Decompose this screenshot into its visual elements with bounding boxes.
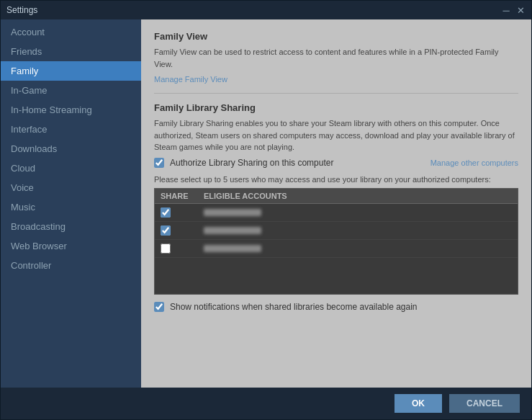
table-empty-space: [155, 258, 518, 294]
select-info-text: Please select up to 5 users who may acce…: [154, 175, 518, 184]
account1-name: [204, 209, 261, 216]
account1-checkbox[interactable]: [161, 207, 171, 218]
main-content: Family View Family View can be used to r…: [141, 19, 531, 388]
family-view-title: Family View: [154, 31, 518, 42]
family-view-description: Family View can be used to restrict acce…: [154, 46, 518, 70]
authorize-label: Authorize Library Sharing on this comput…: [170, 158, 333, 168]
sidebar-item-music[interactable]: Music: [1, 197, 141, 217]
cancel-button[interactable]: CANCEL: [449, 394, 520, 413]
close-button[interactable]: ✕: [515, 5, 526, 15]
library-sharing-title: Family Library Sharing: [154, 102, 518, 113]
account2-checkbox[interactable]: [161, 225, 171, 236]
sidebar-item-friends[interactable]: Friends: [1, 42, 141, 61]
sidebar-item-voice[interactable]: Voice: [1, 178, 141, 197]
row1-check-cell: [161, 207, 204, 218]
row2-check-cell: [161, 225, 204, 236]
sidebar-item-family[interactable]: Family: [1, 61, 141, 81]
library-sharing-description: Family Library Sharing enables you to sh…: [154, 117, 518, 153]
minimize-button[interactable]: ─: [501, 5, 511, 15]
titlebar-controls: ─ ✕: [501, 5, 526, 15]
account2-name: [204, 227, 261, 234]
sidebar-item-controller[interactable]: Controller: [1, 256, 141, 275]
table-row: [155, 222, 518, 240]
table-header: SHARE ELIGIBLE ACCOUNTS: [155, 189, 518, 204]
notify-checkbox[interactable]: [154, 302, 164, 312]
table-body: [155, 204, 518, 294]
table-row: [155, 204, 518, 222]
eligible-column-header: ELIGIBLE ACCOUNTS: [204, 192, 512, 200]
sidebar-item-web-browser[interactable]: Web Browser: [1, 236, 141, 256]
sidebar-item-broadcasting[interactable]: Broadcasting: [1, 217, 141, 236]
notify-label: Show notifications when shared libraries…: [170, 302, 418, 312]
sidebar-item-downloads[interactable]: Downloads: [1, 139, 141, 158]
settings-window: Settings ─ ✕ Account Friends Family In-G…: [0, 0, 532, 420]
sidebar-item-account[interactable]: Account: [1, 22, 141, 42]
sidebar: Account Friends Family In-Game In-Home S…: [1, 19, 141, 388]
sidebar-item-interface[interactable]: Interface: [1, 120, 141, 139]
content-area: Account Friends Family In-Game In-Home S…: [1, 19, 531, 388]
accounts-table: SHARE ELIGIBLE ACCOUNTS: [154, 188, 518, 295]
share-column-header: SHARE: [161, 192, 204, 200]
footer: OK CANCEL: [1, 388, 531, 419]
authorize-row: Authorize Library Sharing on this comput…: [154, 158, 518, 168]
titlebar: Settings ─ ✕: [1, 1, 531, 19]
sidebar-item-cloud[interactable]: Cloud: [1, 158, 141, 178]
sidebar-item-in-home-streaming[interactable]: In-Home Streaming: [1, 100, 141, 120]
ok-button[interactable]: OK: [395, 394, 442, 413]
table-row: [155, 240, 518, 258]
account3-name: [204, 245, 261, 252]
account3-checkbox[interactable]: [161, 243, 171, 254]
manage-other-computers-link[interactable]: Manage other computers: [430, 158, 518, 167]
sidebar-item-in-game[interactable]: In-Game: [1, 81, 141, 100]
authorize-checkbox[interactable]: [154, 158, 164, 168]
section-divider: [154, 93, 518, 94]
window-title: Settings: [6, 5, 37, 15]
notify-row: Show notifications when shared libraries…: [154, 302, 518, 312]
row3-check-cell: [161, 243, 204, 254]
authorize-checkbox-row: Authorize Library Sharing on this comput…: [154, 158, 333, 168]
manage-family-view-link[interactable]: Manage Family View: [154, 75, 227, 84]
